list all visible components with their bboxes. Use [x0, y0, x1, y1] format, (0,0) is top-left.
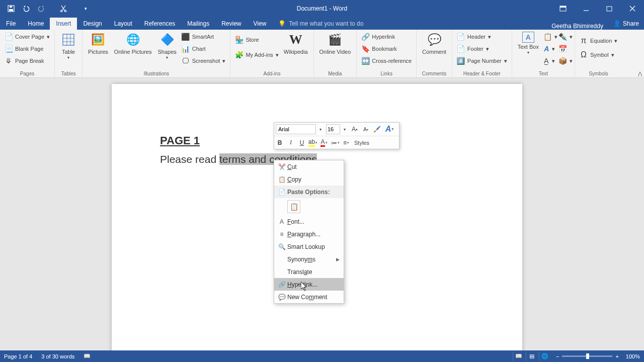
store-button[interactable]: 🏪Store — [233, 34, 280, 46]
zoom-out-button[interactable]: − — [556, 353, 559, 359]
qat-customize-button[interactable]: ▾ — [78, 2, 93, 16]
group-label-addins: Add-ins — [233, 71, 310, 77]
redo-button[interactable] — [34, 2, 48, 16]
title-bar: ▾ Document1 - Word — [0, 0, 644, 17]
tell-me-box[interactable]: 💡Tell me what you want to do — [272, 18, 369, 30]
mini-underline[interactable]: U — [296, 137, 307, 149]
mini-size-input[interactable] — [326, 124, 340, 134]
ctx-cut[interactable]: ✂️Cut — [274, 160, 344, 173]
save-button[interactable] — [4, 2, 18, 16]
collapse-ribbon-button[interactable]: ⋀ — [638, 71, 642, 76]
mini-numbering[interactable]: ≡ — [341, 137, 352, 149]
chart-icon: 📊 — [182, 45, 190, 53]
ctx-synonyms[interactable]: Synonyms▶ — [274, 253, 344, 265]
page-number-button[interactable]: #️⃣Page Number ▾ — [455, 55, 509, 67]
tab-mailings[interactable]: Mailings — [181, 18, 215, 30]
object-button[interactable]: 📦▾ — [557, 55, 572, 67]
status-proofing[interactable]: 📖 — [84, 353, 91, 359]
textbox-button[interactable]: AText Box▾ — [515, 31, 542, 56]
group-label-text: Text — [515, 71, 572, 77]
wordart-button[interactable]: A▾ — [542, 43, 557, 55]
mini-format-painter[interactable]: 🖌️ — [371, 123, 382, 135]
table-button[interactable]: Table▾ — [57, 31, 79, 61]
mini-font-input[interactable] — [276, 124, 316, 134]
mini-font-dd[interactable]: ▾ — [316, 123, 325, 135]
tab-view[interactable]: View — [248, 18, 273, 30]
mini-highlight[interactable]: ab — [307, 137, 318, 149]
mini-size-dd[interactable]: ▾ — [340, 123, 349, 135]
status-words[interactable]: 3 of 30 words — [41, 353, 74, 359]
textbox-icon: A — [522, 32, 534, 43]
tab-file[interactable]: File — [0, 18, 22, 30]
online-video-button[interactable]: 🎬Online Video — [316, 31, 354, 56]
ctx-smart-lookup[interactable]: 🔍Smart Lookup — [274, 240, 344, 253]
zoom-level[interactable]: 100% — [626, 353, 640, 359]
comment-button[interactable]: 💬Comment — [419, 31, 449, 56]
shapes-button[interactable]: 🔷Shapes▾ — [154, 31, 179, 61]
cut-qat-button[interactable] — [56, 2, 70, 16]
share-icon: 👤 — [613, 20, 621, 27]
chart-button[interactable]: 📊Chart — [180, 43, 228, 55]
mini-styles-icon[interactable]: A — [382, 123, 396, 135]
undo-button[interactable] — [19, 2, 33, 16]
user-name[interactable]: Geetha Bhimireddy — [551, 23, 608, 30]
maximize-button[interactable] — [598, 0, 621, 17]
zoom-in-button[interactable]: + — [615, 353, 618, 359]
tab-home[interactable]: Home — [22, 18, 50, 30]
tab-review[interactable]: Review — [215, 18, 247, 30]
print-layout-button[interactable]: ▤ — [526, 352, 538, 361]
datetime-button[interactable]: 📅 — [557, 43, 572, 55]
submenu-arrow-icon: ▶ — [336, 257, 340, 262]
bookmark-button[interactable]: 🔖Bookmark — [359, 43, 414, 55]
symbol-button[interactable]: ΩSymbol ▾ — [578, 49, 619, 61]
mini-bold[interactable]: B — [274, 137, 285, 149]
screenshot-button[interactable]: 🖵Screenshot ▾ — [180, 55, 228, 67]
ribbon-display-button[interactable] — [551, 0, 575, 17]
cover-page-button[interactable]: 📄Cover Page ▾ — [3, 31, 52, 43]
cut-icon: ✂️ — [276, 163, 287, 170]
ctx-hyperlink[interactable]: 🔗Hyperlink... — [274, 278, 344, 291]
mini-font-color[interactable]: A — [318, 137, 330, 149]
header-button[interactable]: 📄Header ▾ — [455, 31, 509, 43]
close-button[interactable] — [621, 0, 644, 17]
read-mode-button[interactable]: 📖 — [513, 352, 525, 361]
smartart-button[interactable]: ⬛SmartArt — [180, 31, 228, 43]
page-break-button[interactable]: ⤋Page Break — [3, 55, 52, 67]
ctx-copy[interactable]: 📋Copy — [274, 173, 344, 186]
signature-button[interactable]: ✒️▾ — [557, 31, 572, 43]
tab-references[interactable]: References — [138, 18, 181, 30]
minimize-button[interactable] — [575, 0, 598, 17]
paste-keep-text-button[interactable]: 📋 — [287, 200, 300, 213]
equation-button[interactable]: πEquation ▾ — [578, 35, 619, 47]
online-pictures-button[interactable]: 🌐Online Pictures — [111, 31, 155, 56]
ctx-font[interactable]: AFont... — [274, 215, 344, 228]
zoom-slider[interactable] — [562, 355, 612, 357]
mini-shrink-font[interactable]: A▾ — [360, 123, 371, 135]
my-addins-button[interactable]: 🧩My Add-ins ▾ — [233, 49, 280, 61]
quick-parts-button[interactable]: 📋▾ — [542, 31, 557, 43]
blank-page-button[interactable]: 📃Blank Page — [3, 43, 52, 55]
ctx-paragraph[interactable]: ≡Paragraph... — [274, 228, 344, 240]
web-layout-button[interactable]: 🌐 — [539, 352, 551, 361]
dropcap-button[interactable]: A̲▾ — [542, 55, 557, 67]
mini-styles-label[interactable]: Styles — [352, 137, 372, 149]
mini-grow-font[interactable]: A▴ — [349, 123, 360, 135]
wikipedia-button[interactable]: WWikipedia — [281, 31, 311, 56]
share-button[interactable]: 👤Share — [608, 18, 644, 30]
ctx-translate[interactable]: Translate — [274, 265, 344, 278]
group-label-media: Media — [316, 71, 354, 77]
mini-bullets[interactable]: ≔ — [330, 137, 341, 149]
pictures-button[interactable]: 🖼️Pictures — [85, 31, 111, 56]
addins-icon: 🧩 — [235, 51, 243, 59]
crossref-button[interactable]: ↔️Cross-reference — [359, 55, 414, 67]
context-menu: ✂️Cut 📋Copy 📄Paste Options: 📋 AFont... ≡… — [274, 160, 344, 304]
status-page[interactable]: Page 1 of 4 — [4, 353, 32, 359]
group-comments: 💬Comment Comments — [417, 30, 452, 77]
hyperlink-button[interactable]: 🔗Hyperlink — [359, 31, 414, 43]
tab-layout[interactable]: Layout — [108, 18, 138, 30]
mini-italic[interactable]: I — [285, 137, 296, 149]
ctx-new-comment[interactable]: 💬New Comment — [274, 291, 344, 303]
tab-insert[interactable]: Insert — [50, 18, 77, 30]
footer-button[interactable]: 📄Footer ▾ — [455, 43, 509, 55]
tab-design[interactable]: Design — [77, 18, 108, 30]
